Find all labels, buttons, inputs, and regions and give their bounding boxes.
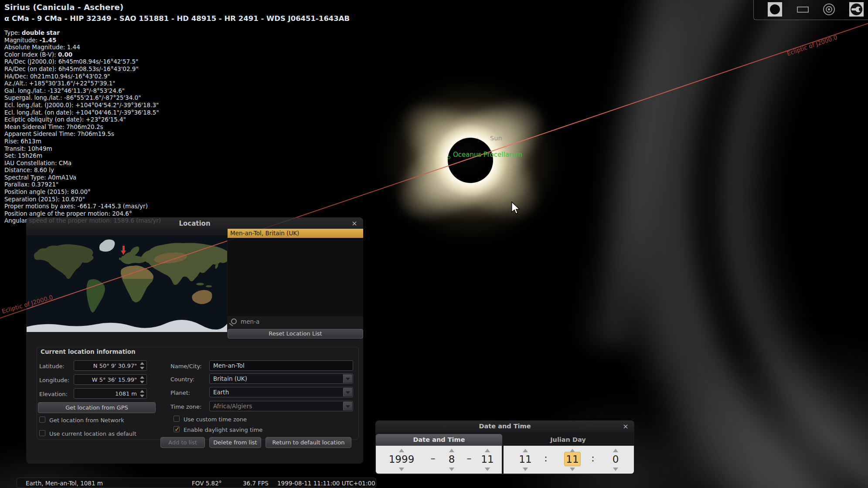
object-info-line: Position angle (2015): 80.00° [4,188,350,196]
object-info-line: Ecl. long./lat. (on date): +104°04'46.1"… [4,109,350,116]
planet-dropdown[interactable]: Earth [209,387,353,397]
object-designations: α CMa - 9 CMa - HIP 32349 - SAO 151881 -… [4,14,350,23]
second-value[interactable]: 0 [613,454,619,465]
object-info-line: RA/Dec (J2000.0): 6h45m08.94s/-16°42'57.… [4,58,350,65]
date-spinners-panel: 1999 – 8 – 11 [376,446,502,474]
datetime-dialog-titlebar[interactable]: Date and Time × [375,420,634,432]
latitude-label: Latitude: [39,363,65,369]
planet-label: Planet: [170,390,190,396]
target-icon[interactable] [823,3,835,15]
object-info-line: IAU Constellation: CMa [4,159,350,167]
object-info-line: Absolute Magnitude: 1.44 [4,44,350,51]
tab-date-and-time[interactable]: Date and Time [376,434,502,446]
year-up-arrow[interactable] [399,449,404,452]
network-checkbox[interactable] [39,417,45,423]
object-info-line: Magnitude: -1.45 [4,37,350,44]
background-blur-blob-bottom-right [654,340,868,488]
custom-timezone-checkbox-label[interactable]: Use custom time zone [184,416,247,423]
background-blur-arc-1 [623,0,868,488]
object-info-line: Parallax: 0.37921" [4,181,350,188]
add-to-list-button[interactable]: Add to list [160,437,205,448]
location-search[interactable]: men-a [228,316,363,328]
dst-checkbox-label[interactable]: Enable daylight saving time [184,427,262,433]
background-blur-band-1 [576,0,701,351]
day-value[interactable]: 11 [481,454,494,465]
moon-feature-marker [447,156,450,159]
longitude-label: Longitude: [39,377,69,383]
time-separator: : [544,453,547,464]
status-location: Earth, Men-an-Tol, 1081 m [26,480,103,487]
wrench-icon [851,3,862,15]
default-location-checkbox-label[interactable]: Use current location as default [49,430,136,437]
top-toolbar [753,0,868,20]
name-city-input[interactable]: Men-an-Tol [209,360,353,371]
longitude-spinbox[interactable]: W 5° 36' 15.99" [74,374,147,385]
chevron-down-icon[interactable] [343,402,352,410]
minute-down-arrow[interactable] [570,468,575,471]
chevron-down-icon[interactable] [343,374,352,383]
dst-checkbox[interactable] [174,426,180,432]
hour-value[interactable]: 11 [519,454,531,465]
close-icon[interactable]: × [621,422,630,431]
hour-up-arrow[interactable] [523,449,528,452]
minute-value[interactable]: 11 [566,454,579,465]
selected-location-row[interactable]: Men-an-Tol, Britain (UK) [228,229,363,238]
hour-down-arrow[interactable] [523,468,528,471]
year-down-arrow[interactable] [399,468,404,471]
status-fov: FOV 5.82° [192,480,222,487]
filled-circle-icon [770,4,780,14]
month-down-arrow[interactable] [449,468,454,471]
object-info-line: Color Index (B-V): 0.00 [4,51,350,58]
location-list[interactable]: Men-an-Tol, Britain (UK) [228,229,363,316]
eclipse-view-button[interactable] [768,2,782,17]
current-location-group: Current location information Latitude: N… [37,347,359,440]
moon-feature-label[interactable]: Oceanus Procellarum [453,151,522,159]
month-value[interactable]: 8 [449,454,455,465]
object-info-line: RA/Dec (on date): 6h45m08.53s/-16°43'02.… [4,65,350,73]
elevation-label: Elevation: [39,391,68,397]
year-value[interactable]: 1999 [389,454,415,465]
delete-from-list-button[interactable]: Delete from list [209,437,261,448]
object-info-panel: Sirius (Canicula - Aschere) α CMa - 9 CM… [4,3,350,224]
ecliptic-label-right: Ecliptic of J2000.0 [786,34,838,57]
day-up-arrow[interactable] [485,449,490,452]
object-info-line: Separation (2015): 10.670" [4,196,350,203]
default-location-checkbox[interactable] [39,430,45,436]
background-blur-arc-dark [689,0,868,488]
object-info-line: Apparent Sidereal Time: 7h06m19.5s [4,130,350,138]
day-down-arrow[interactable] [485,468,490,471]
timezone-dropdown[interactable]: Africa/Algiers [209,401,353,411]
object-info-line: Set: 15h26m [4,152,350,159]
object-info-line: Proper motions by axes: -661.7 -1445.3 (… [4,203,350,210]
gps-button[interactable]: Get location from GPS [38,402,156,413]
object-info-line: Supergal. long./lat.: -86°55'21.6"/-87°2… [4,94,350,102]
status-fps: 36.7 FPS [243,480,269,487]
moon-disk[interactable] [448,138,493,183]
reset-location-list-button[interactable]: Reset Location List [228,329,363,339]
location-dialog-title: Location [179,220,210,227]
country-dropdown[interactable]: Britain (UK) [209,373,353,384]
time-spinners-panel: 11 : 11 : 0 [504,446,634,474]
second-up-arrow[interactable] [613,449,618,452]
settings-button[interactable] [849,2,864,17]
chevron-down-icon[interactable] [343,388,352,396]
elevation-spinbox[interactable]: 1081 m [74,388,147,399]
month-up-arrow[interactable] [449,449,454,452]
elevation-spin-arrows[interactable] [139,390,145,397]
close-icon[interactable]: × [350,219,359,228]
return-default-button[interactable]: Return to default location [266,437,351,448]
latitude-spinbox[interactable]: N 50° 9' 30.97" [74,360,147,371]
tab-julian-day[interactable]: Julian Day [502,434,634,446]
window-icon[interactable] [797,7,809,13]
latitude-spin-arrows[interactable] [139,362,145,369]
second-down-arrow[interactable] [613,468,618,471]
object-info-line: HA/Dec: 0h21m10.94s/-16°43'02.9" [4,73,350,80]
longitude-spin-arrows[interactable] [139,376,145,383]
location-dialog-titlebar[interactable]: Location × [26,217,363,230]
network-checkbox-label[interactable]: Get location from Network [49,417,124,424]
sun-label[interactable]: Sun [490,135,502,142]
object-info-line: Ecliptic obliquity (on date): +23°26'15.… [4,116,350,123]
object-info-line: Position angle of the proper motion: 204… [4,210,350,217]
search-input[interactable]: men-a [241,318,259,325]
custom-timezone-checkbox[interactable] [174,416,180,422]
